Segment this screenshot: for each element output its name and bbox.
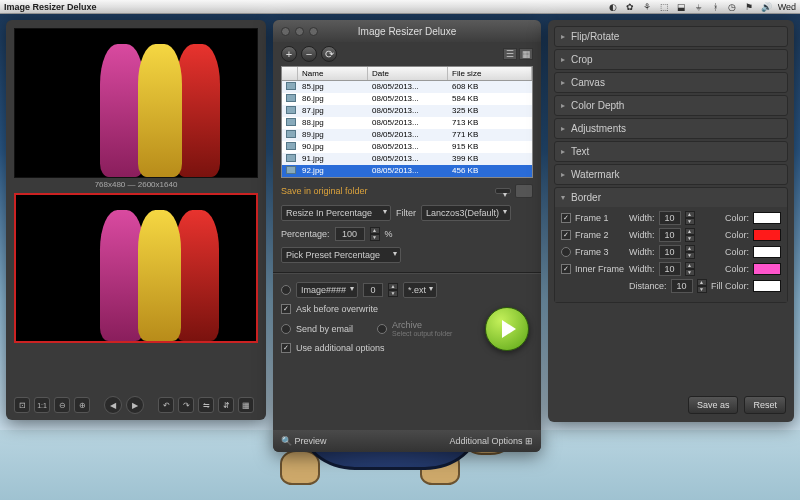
percentage-stepper[interactable]: ▲▼: [370, 227, 380, 241]
section-border[interactable]: ▾Border: [555, 188, 787, 207]
flag-icon[interactable]: ⚑: [744, 1, 755, 12]
naming-pattern-select[interactable]: Image####: [296, 282, 358, 298]
image-file-icon: [286, 166, 296, 174]
distance-stepper[interactable]: ▲▼: [697, 279, 707, 293]
grid-view-toggle[interactable]: ▦: [519, 48, 533, 60]
filter-select[interactable]: Lanczos3(Default): [421, 205, 511, 221]
table-row[interactable]: 91.jpg08/05/2013...399 KB: [282, 153, 532, 165]
menubar-icon[interactable]: ◐: [608, 1, 619, 12]
percentage-input[interactable]: [335, 227, 365, 241]
image-file-icon: [286, 94, 296, 102]
image-file-icon: [286, 82, 296, 90]
preview-toolbar: ⊡ 1:1 ⊖ ⊕ ◀ ▶ ↶ ↷ ⇋ ⇵ ▦: [14, 396, 258, 414]
frame3-width-input[interactable]: [659, 245, 681, 259]
rotate-left-button[interactable]: ↶: [158, 397, 174, 413]
save-as-button[interactable]: Save as: [688, 396, 739, 414]
table-row[interactable]: 85.jpg08/05/2013...608 KB: [282, 81, 532, 93]
frame2-width-input[interactable]: [659, 228, 681, 242]
section-watermark[interactable]: ▸Watermark: [555, 165, 787, 184]
start-button[interactable]: [485, 307, 529, 351]
grid-button[interactable]: ▦: [238, 397, 254, 413]
add-files-button[interactable]: +: [281, 46, 297, 62]
browse-folder-button[interactable]: [515, 184, 533, 198]
image-file-icon: [286, 118, 296, 126]
frame1-width-input[interactable]: [659, 211, 681, 225]
reset-button[interactable]: Reset: [744, 396, 786, 414]
remove-files-button[interactable]: −: [301, 46, 317, 62]
traffic-lights[interactable]: [281, 27, 318, 36]
use-additional-checkbox[interactable]: ✓: [281, 343, 291, 353]
naming-start-stepper[interactable]: ▲▼: [388, 283, 398, 297]
table-row[interactable]: 92.jpg08/05/2013...456 KB: [282, 165, 532, 177]
wifi-icon[interactable]: ⏚: [693, 1, 704, 12]
section-flip-rotate[interactable]: ▸Flip/Rotate: [555, 27, 787, 46]
menubar-icon[interactable]: ⬚: [659, 1, 670, 12]
image-file-icon: [286, 154, 296, 162]
menubar-day[interactable]: Wed: [778, 2, 796, 12]
clock-icon[interactable]: ◷: [727, 1, 738, 12]
col-header-size[interactable]: File size: [448, 67, 532, 80]
frame1-color-swatch[interactable]: [753, 212, 781, 224]
table-row[interactable]: 88.jpg08/05/2013...713 KB: [282, 117, 532, 129]
inner-width-stepper[interactable]: ▲▼: [685, 262, 695, 276]
prev-image-button[interactable]: ◀: [104, 396, 122, 414]
actual-size-button[interactable]: 1:1: [34, 397, 50, 413]
preview-image-original: [14, 28, 258, 178]
percent-sign: %: [385, 229, 393, 239]
frame3-width-stepper[interactable]: ▲▼: [685, 245, 695, 259]
flip-vertical-button[interactable]: ⇵: [218, 397, 234, 413]
distance-input[interactable]: [671, 279, 693, 293]
table-row[interactable]: 90.jpg08/05/2013...915 KB: [282, 141, 532, 153]
naming-start-input[interactable]: [363, 283, 383, 297]
bluetooth-icon[interactable]: ᚼ: [710, 1, 721, 12]
frame3-color-swatch[interactable]: [753, 246, 781, 258]
resize-mode-select[interactable]: Resize In Percentage: [281, 205, 391, 221]
inner-color-swatch[interactable]: [753, 263, 781, 275]
frame3-radio[interactable]: [561, 247, 571, 257]
section-crop[interactable]: ▸Crop: [555, 50, 787, 69]
file-list-table[interactable]: Name Date File size 85.jpg08/05/2013...6…: [281, 66, 533, 178]
inner-frame-checkbox[interactable]: ✓: [561, 264, 571, 274]
col-header-date[interactable]: Date: [368, 67, 448, 80]
preview-button[interactable]: 🔍 Preview: [281, 436, 327, 446]
section-text[interactable]: ▸Text: [555, 142, 787, 161]
table-row[interactable]: 87.jpg08/05/2013...325 KB: [282, 105, 532, 117]
menubar-icon[interactable]: ✿: [625, 1, 636, 12]
volume-icon[interactable]: 🔊: [761, 1, 772, 12]
fill-color-swatch[interactable]: [753, 280, 781, 292]
naming-pattern-radio[interactable]: [281, 285, 291, 295]
fit-to-window-button[interactable]: ⊡: [14, 397, 30, 413]
rotate-right-button[interactable]: ↷: [178, 397, 194, 413]
menubar-icon[interactable]: ⚘: [642, 1, 653, 12]
app-menu-name[interactable]: Image Resizer Deluxe: [4, 2, 97, 12]
flip-horizontal-button[interactable]: ⇋: [198, 397, 214, 413]
refresh-button[interactable]: ⟳: [321, 46, 337, 62]
main-panel: Image Resizer Deluxe + − ⟳ ☰ ▦ Name Date…: [273, 20, 541, 452]
section-canvas[interactable]: ▸Canvas: [555, 73, 787, 92]
dropbox-icon[interactable]: ⬓: [676, 1, 687, 12]
table-row[interactable]: 89.jpg08/05/2013...771 KB: [282, 129, 532, 141]
table-row[interactable]: 86.jpg08/05/2013...584 KB: [282, 93, 532, 105]
frame2-color-swatch[interactable]: [753, 229, 781, 241]
save-location-dropdown[interactable]: [495, 188, 511, 194]
preset-percentage-select[interactable]: Pick Preset Percentage: [281, 247, 401, 263]
zoom-in-button[interactable]: ⊕: [74, 397, 90, 413]
section-adjustments[interactable]: ▸Adjustments: [555, 119, 787, 138]
naming-ext-select[interactable]: *.ext: [403, 282, 437, 298]
archive-radio[interactable]: [377, 324, 387, 334]
window-titlebar[interactable]: Image Resizer Deluxe: [273, 20, 541, 42]
section-color-depth[interactable]: ▸Color Depth: [555, 96, 787, 115]
col-header-name[interactable]: Name: [298, 67, 368, 80]
frame1-width-stepper[interactable]: ▲▼: [685, 211, 695, 225]
additional-options-button[interactable]: Additional Options ⊞: [449, 436, 533, 446]
frame1-checkbox[interactable]: ✓: [561, 213, 571, 223]
list-view-toggle[interactable]: ☰: [503, 48, 517, 60]
use-additional-label: Use additional options: [296, 343, 385, 353]
next-image-button[interactable]: ▶: [126, 396, 144, 414]
ask-overwrite-checkbox[interactable]: ✓: [281, 304, 291, 314]
frame2-width-stepper[interactable]: ▲▼: [685, 228, 695, 242]
zoom-out-button[interactable]: ⊖: [54, 397, 70, 413]
inner-width-input[interactable]: [659, 262, 681, 276]
frame2-checkbox[interactable]: ✓: [561, 230, 571, 240]
send-email-radio[interactable]: [281, 324, 291, 334]
